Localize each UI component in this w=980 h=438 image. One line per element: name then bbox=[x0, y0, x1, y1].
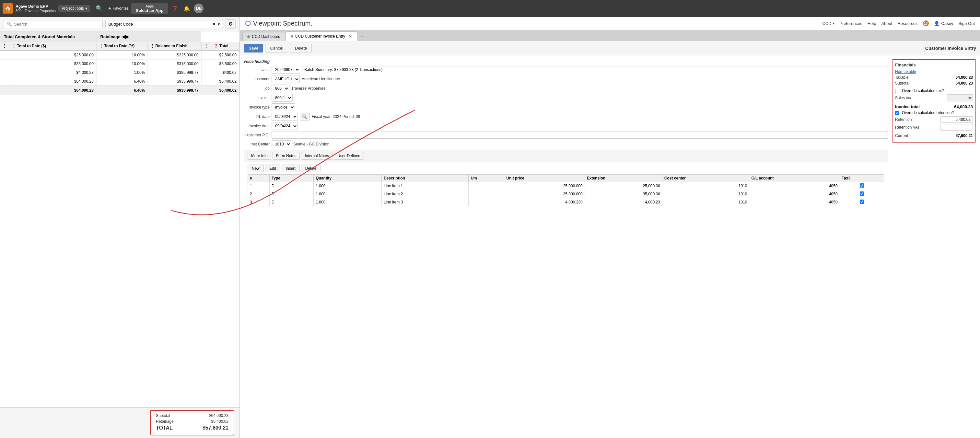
col-type: Type bbox=[269, 175, 313, 182]
project-tools-dropdown[interactable]: Project Tools ▾ bbox=[58, 5, 90, 12]
budget-code-select[interactable]: Budget Code ✕ ▾ bbox=[105, 20, 223, 28]
cost-center-select[interactable]: 1010 bbox=[272, 140, 291, 148]
sign-out-link[interactable]: Sign Out bbox=[958, 21, 975, 26]
customer-select[interactable]: AMEHOU bbox=[272, 75, 300, 83]
filter-button[interactable]: ⚙ bbox=[226, 19, 235, 29]
cell-total: $2,500.00 bbox=[211, 51, 239, 60]
retainage-toggle[interactable]: ◀▶ bbox=[122, 34, 129, 39]
tab-close-invoice[interactable]: ✕ bbox=[348, 34, 352, 39]
more-info-button[interactable]: More Info bbox=[248, 152, 271, 160]
summary-box: Subtotal $64,000.23 Retainage $6,400.02 … bbox=[150, 410, 234, 435]
col-cost-center: Cost center bbox=[662, 175, 749, 182]
search-box[interactable]: 🔍 bbox=[4, 20, 103, 28]
override-retention-label[interactable]: Override calculated retention? bbox=[895, 111, 954, 115]
invoice-label: invoice bbox=[244, 95, 270, 100]
internal-notes-button[interactable]: Internal Notes bbox=[301, 152, 332, 160]
gl-date-search[interactable]: 🔍 bbox=[300, 113, 310, 121]
top-nav: 🏠 Agave Demo ERP 800 - Traverse Properti… bbox=[0, 0, 980, 17]
customer-row: customer AMEHOU American Housing Inc. bbox=[244, 75, 888, 83]
table-row: $35,000.00 10.00% $315,000.00 $3,500.00 bbox=[0, 60, 240, 68]
invoice-date-row: invoice date 09/04/24 bbox=[244, 122, 888, 130]
invoice-select[interactable]: 800-1 bbox=[272, 94, 293, 102]
tax-checkbox[interactable] bbox=[860, 200, 864, 204]
gl-date-select[interactable]: 09/04/24 bbox=[272, 113, 298, 121]
table-row: $4,000.23 1.00% $395,999.77 $400.02 bbox=[0, 68, 240, 77]
tax-checkbox[interactable] bbox=[860, 183, 864, 187]
nav-about[interactable]: About bbox=[881, 21, 892, 26]
edit-line-button[interactable]: Edit bbox=[265, 165, 280, 172]
col-extension: Extension bbox=[585, 175, 662, 182]
col-total-date-dollar[interactable]: ⋮ Total to Date ($) bbox=[10, 42, 97, 51]
tab-invoice-entry[interactable]: CCD Customer Invoice Entry ✕ bbox=[286, 32, 357, 41]
non-taxable-link[interactable]: Non-taxable bbox=[895, 69, 916, 74]
user-avatar: DE bbox=[194, 3, 204, 13]
new-line-button[interactable]: New bbox=[248, 165, 264, 172]
cell-total: $3,500.00 bbox=[211, 60, 239, 68]
col-total-date-pct[interactable]: ⋮ Total to Date (%) bbox=[96, 42, 148, 51]
section-header: Total Completed & Stored Materials bbox=[0, 32, 96, 42]
override-tax-label[interactable]: Override calculated tax? bbox=[895, 89, 944, 93]
search-button[interactable]: 🔍 bbox=[93, 3, 105, 13]
line-item-row: 3 D 1.000 Line Item 3 4,000.230 4,000.23… bbox=[248, 198, 884, 206]
viewpoint-icon: ⬡ bbox=[245, 19, 250, 27]
invoice-type-row: invoice type Invoice bbox=[244, 103, 888, 111]
delete-line-button[interactable]: Delete bbox=[301, 165, 321, 172]
batch-row: vatch 20240907 bbox=[244, 66, 888, 73]
ccd-chevron: ▾ bbox=[833, 22, 835, 25]
help-icon[interactable]: ❓ bbox=[213, 44, 218, 48]
invoice-date-select[interactable]: 09/04/24 bbox=[272, 122, 298, 130]
invoice-type-select[interactable]: Invoice bbox=[272, 103, 295, 111]
search-input[interactable] bbox=[14, 22, 100, 27]
cell-total-dollar: $64,000.23 bbox=[10, 77, 97, 86]
save-button[interactable]: Save bbox=[244, 44, 263, 52]
override-retention-checkbox[interactable] bbox=[895, 111, 899, 115]
customer-po-input[interactable] bbox=[272, 132, 888, 139]
current-row: Current 57,600.21 bbox=[895, 133, 973, 138]
col-gl-account: G/L account bbox=[749, 175, 840, 182]
spectrum-logo: ⬡ Viewpoint Spectrum. bbox=[245, 19, 312, 27]
taxable-value: 64,000.23 bbox=[947, 75, 973, 80]
tab-dot-invoice bbox=[291, 35, 293, 38]
batch-select[interactable]: 20240907 bbox=[272, 66, 300, 73]
cancel-button[interactable]: Cancel bbox=[265, 44, 288, 52]
table-container: Total Completed & Stored Materials Retai… bbox=[0, 32, 240, 407]
cell-total: $6,400.02 bbox=[211, 77, 239, 86]
user-defined-button[interactable]: User-Defined bbox=[334, 152, 364, 160]
tab-ccd-dashboard[interactable]: CCD Dashboard bbox=[242, 32, 285, 41]
user-icon: 👤 bbox=[934, 21, 940, 26]
apps-dropdown[interactable]: Apps Select an App bbox=[131, 3, 168, 14]
nav-help[interactable]: Help bbox=[867, 21, 876, 26]
table-row: $64,000.23 6.40% $935,999.77 $6,400.02 bbox=[0, 77, 240, 86]
nav-resources[interactable]: Resources bbox=[897, 21, 918, 26]
job-select[interactable]: 800 bbox=[272, 84, 290, 92]
tab-add-button[interactable]: + bbox=[358, 32, 366, 41]
col-total[interactable]: ❓ Total bbox=[211, 42, 239, 51]
override-tax-checkbox[interactable] bbox=[895, 89, 899, 93]
notifications-button[interactable]: 🔔 bbox=[182, 4, 191, 13]
notification-badge: 10 bbox=[923, 21, 929, 26]
customer-po-label: customer P.O. bbox=[244, 133, 270, 137]
insert-line-button[interactable]: Insert bbox=[282, 165, 300, 172]
help-button[interactable]: ❓ bbox=[170, 4, 180, 13]
favorites-button[interactable]: ★ Favorites bbox=[108, 6, 129, 11]
col-drag-icon: ⋮ bbox=[12, 44, 16, 48]
nav-preferences[interactable]: Preferences bbox=[840, 21, 862, 26]
sales-tax-select[interactable] bbox=[947, 94, 973, 102]
budget-code-clear[interactable]: ✕ bbox=[212, 22, 216, 27]
delete-button[interactable]: Delete bbox=[290, 44, 312, 52]
batch-summary-input[interactable] bbox=[302, 66, 888, 73]
retention-vat-input[interactable] bbox=[940, 124, 973, 130]
cell-total-pct: 10.00% bbox=[96, 51, 148, 60]
left-panel: 🔍 Budget Code ✕ ▾ ⚙ Total Completed & St… bbox=[0, 17, 240, 438]
retention-input[interactable] bbox=[940, 116, 973, 123]
form-notes-button[interactable]: Form Notes bbox=[272, 152, 300, 160]
cell-total-pct: 6.40% bbox=[96, 77, 148, 86]
tax-checkbox[interactable] bbox=[860, 192, 864, 196]
col-quantity: Quantity bbox=[314, 175, 382, 182]
user-menu[interactable]: 👤 Casey bbox=[934, 21, 953, 26]
cell-total-pct: 1.00% bbox=[96, 68, 148, 77]
cell-balance: $395,999.77 bbox=[148, 68, 201, 77]
retention-vat-row: Retention VAT bbox=[895, 124, 973, 130]
col-balance[interactable]: ⋮ Balance to Finish bbox=[148, 42, 201, 51]
nav-ccd[interactable]: CCD ▾ bbox=[822, 21, 834, 26]
